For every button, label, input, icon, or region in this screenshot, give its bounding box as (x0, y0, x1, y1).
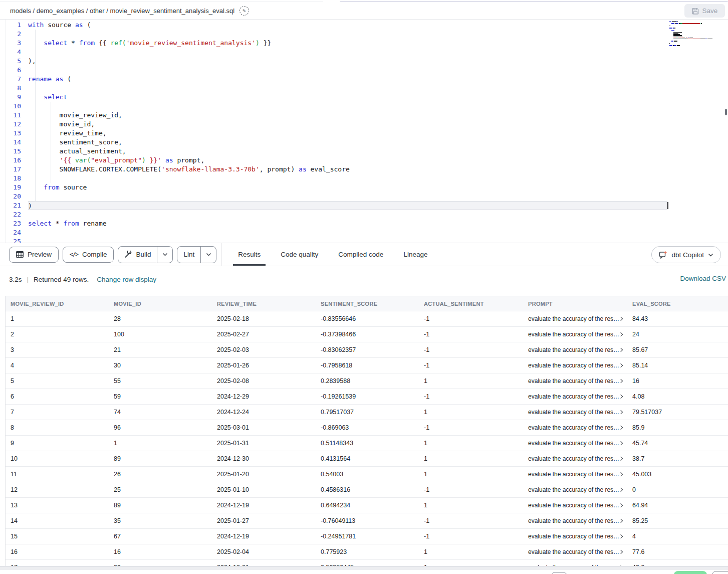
expand-cell-icon[interactable] (619, 488, 623, 492)
expand-cell-icon[interactable] (619, 395, 623, 399)
code-line[interactable] (28, 192, 728, 201)
column-header-movie_id[interactable]: MOVIE_ID (109, 301, 212, 307)
code-line[interactable]: '{{ var("eval_prompt") }}' as prompt, (28, 156, 728, 165)
preview-button-label: Preview (28, 251, 52, 258)
code-line[interactable] (28, 228, 728, 237)
horizontal-scrollbar[interactable] (0, 566, 728, 570)
column-header-sentiment_score[interactable]: SENTIMENT_SCORE (316, 301, 419, 307)
code-line[interactable]: actual_sentiment, (28, 147, 728, 156)
cell-review_time: 2025-03-01 (212, 424, 316, 431)
cell-prompt: evaluate the accuracy of the res… (523, 424, 627, 431)
minimap-line (669, 30, 723, 31)
code-line[interactable] (28, 102, 728, 111)
code-line[interactable] (28, 30, 728, 39)
column-header-movie_review_id[interactable]: MOVIE_REVIEW_ID (6, 301, 109, 307)
results-table: MOVIE_REVIEW_IDMOVIE_IDREVIEW_TIMESENTIM… (5, 296, 728, 574)
code-line[interactable] (28, 84, 728, 93)
expand-cell-icon[interactable] (619, 379, 623, 383)
tab-results[interactable]: Results (228, 243, 271, 266)
code-line[interactable] (28, 66, 728, 75)
column-header-prompt[interactable]: PROMPT (523, 301, 627, 307)
code-line[interactable]: movie_review_id, (28, 111, 728, 120)
code-line[interactable]: sentiment_score, (28, 138, 728, 147)
minimap-line (669, 39, 723, 39)
code-line[interactable] (28, 210, 728, 219)
expand-cell-icon[interactable] (619, 317, 623, 321)
sql-code-editor[interactable]: 1234567891011121314151617181920212223242… (0, 20, 728, 243)
cell-movie_review_id: 10 (6, 455, 109, 462)
tab-compiled-code[interactable]: Compiled code (328, 243, 393, 266)
cell-prompt: evaluate the accuracy of the res… (523, 346, 627, 353)
code-line[interactable]: select (28, 93, 728, 102)
code-line[interactable] (28, 174, 728, 183)
minimap-token (669, 43, 670, 44)
editor-minimap[interactable] (669, 21, 723, 49)
code-token: select (44, 39, 67, 47)
expand-cell-icon[interactable] (619, 348, 623, 352)
build-dropdown-button[interactable] (157, 247, 172, 263)
code-token: ( (83, 21, 91, 29)
code-line[interactable]: select * from rename (28, 219, 728, 228)
download-csv-link[interactable]: Download CSV (680, 275, 726, 282)
line-number: 17 (0, 165, 21, 174)
code-line[interactable]: ), (28, 57, 728, 66)
expand-cell-icon[interactable] (619, 426, 623, 430)
expand-cell-icon[interactable] (619, 534, 623, 538)
minimap-token (689, 38, 693, 38)
editor-scrollbar-thumb[interactable] (725, 109, 727, 115)
save-button[interactable]: Save (684, 4, 725, 18)
tab-lineage[interactable]: Lineage (393, 243, 437, 266)
expand-cell-icon[interactable] (619, 472, 623, 476)
change-row-display-link[interactable]: Change row display (97, 276, 156, 283)
code-line[interactable] (28, 237, 728, 243)
cell-prompt: evaluate the accuracy of the res… (523, 471, 627, 478)
code-line[interactable] (28, 48, 728, 57)
bottom-button-cutoff-2[interactable] (712, 571, 728, 574)
top-edge-line-left (0, 2, 323, 2)
code-line[interactable]: movie_id, (28, 120, 728, 129)
code-line[interactable]: select * from {{ ref('movie_review_senti… (28, 39, 728, 48)
cell-sentiment_score: -0.24951781 (316, 533, 419, 540)
cell-review_time: 2025-02-18 (212, 315, 316, 322)
cell-sentiment_score: 0.2839588 (316, 377, 419, 385)
expand-cell-icon[interactable] (619, 457, 623, 461)
dbt-copilot-button[interactable]: dbt Copilot (651, 246, 721, 263)
code-line[interactable]: ) (28, 201, 667, 210)
code-token: ref( (110, 39, 126, 47)
build-button[interactable]: Build (118, 247, 157, 263)
column-header-eval_score[interactable]: EVAL_SCORE (627, 301, 728, 307)
cell-sentiment_score: 0.775923 (316, 548, 419, 555)
lint-dropdown-button[interactable] (200, 247, 216, 263)
tab-code-quality[interactable]: Code quality (271, 243, 328, 266)
format-file-icon[interactable]: ✎ (239, 6, 249, 16)
editor-code[interactable]: with source as ( select * from {{ ref('m… (28, 21, 728, 243)
cell-movie_review_id: 16 (6, 548, 109, 555)
bottom-status-pill-green[interactable] (674, 571, 707, 574)
expand-cell-icon[interactable] (619, 363, 623, 367)
expand-cell-icon[interactable] (619, 519, 623, 523)
prompt-preview-text: evaluate the accuracy of the res… (528, 362, 619, 369)
expand-cell-icon[interactable] (619, 550, 623, 554)
cell-actual_sentiment: -1 (419, 346, 523, 353)
code-line[interactable]: SNOWFLAKE.CORTEX.COMPLETE('snowflake-lla… (28, 165, 728, 174)
minimap-line (669, 37, 723, 37)
cell-review_time: 2024-12-30 (212, 455, 316, 462)
expand-cell-icon[interactable] (619, 332, 623, 336)
code-line[interactable]: with source as ( (28, 21, 728, 30)
expand-cell-icon[interactable] (619, 441, 623, 445)
preview-button[interactable]: Preview (9, 247, 59, 263)
bottom-button-cutoff-1[interactable] (551, 572, 567, 574)
code-line[interactable]: rename as ( (28, 75, 728, 84)
cell-movie_id: 89 (109, 455, 212, 462)
lint-button[interactable]: Lint (177, 247, 200, 263)
cell-actual_sentiment: -1 (419, 315, 523, 322)
code-line[interactable]: from source (28, 183, 728, 192)
breadcrumb-separator: / (105, 7, 110, 15)
code-line[interactable]: review_time, (28, 129, 728, 138)
column-header-actual_sentiment[interactable]: ACTUAL_SENTIMENT (419, 301, 523, 307)
expand-cell-icon[interactable] (619, 410, 623, 414)
column-header-review_time[interactable]: REVIEW_TIME (212, 301, 316, 307)
expand-cell-icon[interactable] (619, 503, 623, 507)
minimap-line (669, 35, 723, 36)
compile-button[interactable]: </> Compile (63, 247, 114, 263)
